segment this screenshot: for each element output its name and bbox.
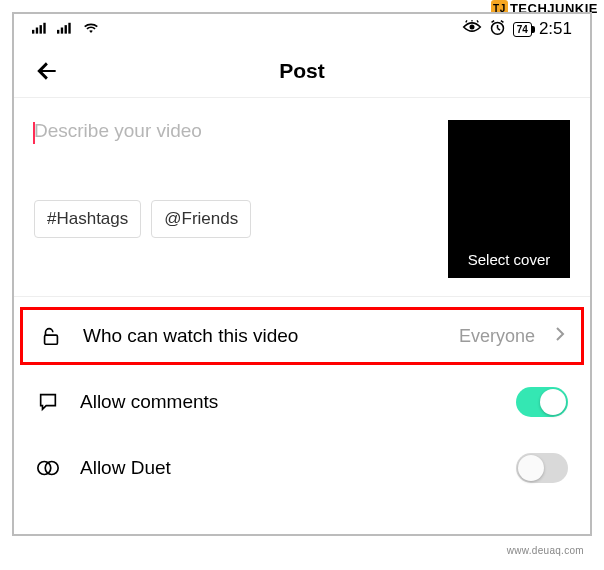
eye-icon (462, 20, 482, 38)
alarm-icon (489, 19, 506, 40)
svg-rect-17 (45, 335, 58, 344)
svg-rect-0 (32, 30, 34, 34)
svg-rect-2 (40, 25, 42, 34)
svg-point-8 (469, 25, 474, 30)
privacy-value: Everyone (459, 326, 535, 347)
comments-label: Allow comments (80, 391, 496, 413)
lock-open-icon (39, 325, 63, 347)
privacy-row[interactable]: Who can watch this video Everyone (20, 307, 584, 365)
battery-indicator: 74 (513, 22, 532, 37)
svg-line-16 (501, 20, 504, 22)
svg-rect-1 (36, 28, 38, 34)
nav-bar: Post (14, 44, 590, 98)
back-button[interactable] (34, 58, 60, 84)
watermark-bottom: www.deuaq.com (507, 545, 584, 556)
duet-icon (36, 457, 60, 479)
comments-toggle[interactable] (516, 387, 568, 417)
svg-line-9 (466, 20, 467, 22)
clock: 2:51 (539, 19, 572, 39)
svg-rect-6 (65, 25, 67, 34)
svg-rect-3 (43, 23, 45, 34)
svg-point-18 (38, 462, 51, 475)
signal-icon-2 (57, 20, 74, 38)
svg-point-19 (45, 462, 58, 475)
comments-row: Allow comments (14, 369, 590, 435)
signal-icon (32, 20, 49, 38)
hashtags-button[interactable]: #Hashtags (34, 200, 141, 238)
privacy-label: Who can watch this video (83, 325, 439, 347)
chevron-right-icon (555, 326, 565, 346)
duet-toggle[interactable] (516, 453, 568, 483)
cover-label: Select cover (468, 251, 551, 268)
friends-button[interactable]: @Friends (151, 200, 251, 238)
comment-icon (36, 391, 60, 413)
svg-line-15 (491, 20, 494, 22)
svg-line-14 (497, 28, 500, 30)
status-bar: 74 2:51 (14, 14, 590, 44)
duet-row: Allow Duet (14, 435, 590, 501)
description-input[interactable]: Describe your video (34, 120, 434, 200)
app-frame: 74 2:51 Post Describe your video #Hashta… (12, 12, 592, 536)
compose-area: Describe your video #Hashtags @Friends S… (14, 98, 590, 297)
svg-rect-4 (57, 30, 59, 34)
svg-line-11 (477, 20, 478, 22)
svg-rect-5 (61, 28, 63, 34)
wifi-icon (82, 20, 100, 38)
settings-list: Who can watch this video Everyone Allow … (14, 297, 590, 501)
select-cover-button[interactable]: Select cover (448, 120, 570, 278)
page-title: Post (14, 59, 590, 83)
duet-label: Allow Duet (80, 457, 496, 479)
svg-rect-7 (68, 23, 70, 34)
